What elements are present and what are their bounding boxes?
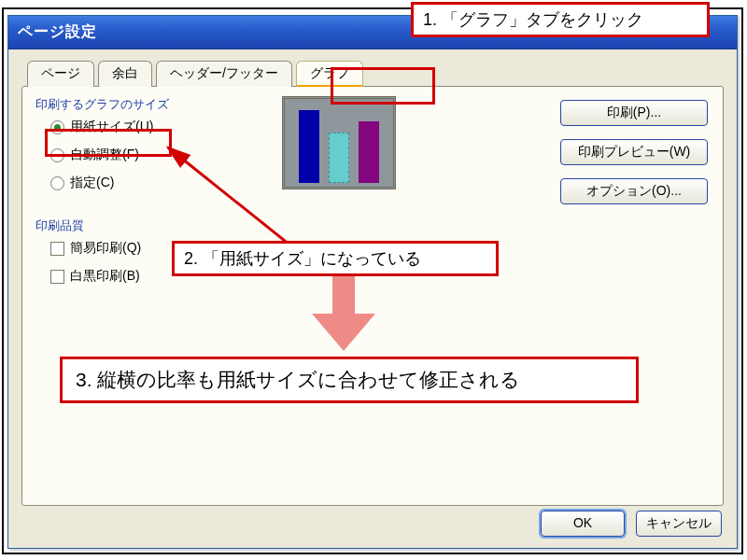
button-label: 印刷(P)...: [607, 105, 661, 119]
checkbox-icon: [50, 270, 64, 284]
check-simple-print[interactable]: 簡易印刷(Q): [50, 240, 141, 257]
radio-icon: [50, 148, 64, 162]
checkbox-icon: [50, 242, 64, 256]
tab-margin[interactable]: 余白: [98, 61, 152, 87]
radio-auto-adjust[interactable]: 自動調整(F): [50, 147, 139, 163]
group-chart-size-label: 印刷するグラフのサイズ: [35, 96, 169, 113]
radio-icon: [50, 176, 64, 190]
tab-panel-graph: 印刷するグラフのサイズ 用紙サイズ(U) 自動調整(F) 指定(C): [21, 86, 724, 506]
radio-label: 用紙サイズ(U): [70, 119, 153, 135]
tab-strip: ページ 余白 ヘッダー/フッター グラフ: [27, 61, 724, 87]
tab-graph[interactable]: グラフ: [296, 61, 363, 87]
ok-button[interactable]: OK: [541, 511, 625, 537]
tab-label: グラフ: [310, 65, 349, 80]
tab-label: ページ: [41, 65, 80, 80]
radio-label: 指定(C): [70, 175, 114, 191]
annotation-2: 2. 「用紙サイズ」になっている: [172, 241, 499, 276]
options-button[interactable]: オプション(O)...: [560, 178, 708, 204]
preview-bar: [359, 121, 379, 183]
check-label: 簡易印刷(Q): [70, 240, 141, 257]
radio-specify[interactable]: 指定(C): [50, 175, 114, 191]
radio-icon: [50, 120, 64, 134]
print-preview-button[interactable]: 印刷プレビュー(W): [560, 139, 708, 165]
button-label: オプション(O)...: [586, 183, 682, 198]
button-label: 印刷プレビュー(W): [578, 144, 691, 159]
tab-page[interactable]: ページ: [27, 61, 94, 87]
tab-header-footer[interactable]: ヘッダー/フッター: [156, 61, 292, 87]
button-label: キャンセル: [646, 515, 712, 530]
annotation-1: 1. 「グラフ」タブをクリック: [411, 2, 710, 37]
preview-bar: [299, 110, 319, 183]
client-area: ページ 余白 ヘッダー/フッター グラフ 印刷するグラフのサイズ 用紙サイズ(U…: [8, 49, 737, 548]
annotation-3: 3. 縦横の比率も用紙サイズに合わせて修正される: [60, 357, 639, 403]
annotation-text: 2. 「用紙サイズ」になっている: [184, 249, 421, 268]
tab-label: 余白: [112, 65, 138, 80]
page-setup-dialog: ページ設定 ページ 余白 ヘッダー/フッター グラフ 印刷するグラフのサイズ 用…: [7, 15, 738, 549]
window-title: ページ設定: [18, 22, 97, 42]
check-bw-print[interactable]: 白黒印刷(B): [50, 268, 140, 285]
preview-bar: [329, 133, 349, 183]
radio-label: 自動調整(F): [70, 147, 139, 163]
check-label: 白黒印刷(B): [70, 268, 140, 285]
annotation-text: 1. 「グラフ」タブをクリック: [423, 10, 643, 29]
radio-paper-size[interactable]: 用紙サイズ(U): [50, 119, 153, 135]
annotation-text: 3. 縦横の比率も用紙サイズに合わせて修正される: [76, 369, 520, 390]
chart-preview: [282, 96, 396, 189]
tab-label: ヘッダー/フッター: [170, 65, 278, 80]
print-button[interactable]: 印刷(P)...: [560, 100, 708, 126]
group-print-quality-label: 印刷品質: [35, 217, 84, 234]
dialog-buttons: OK キャンセル: [541, 511, 722, 537]
action-buttons: 印刷(P)... 印刷プレビュー(W) オプション(O)...: [560, 100, 708, 204]
button-label: OK: [573, 515, 592, 530]
cancel-button[interactable]: キャンセル: [636, 511, 722, 537]
